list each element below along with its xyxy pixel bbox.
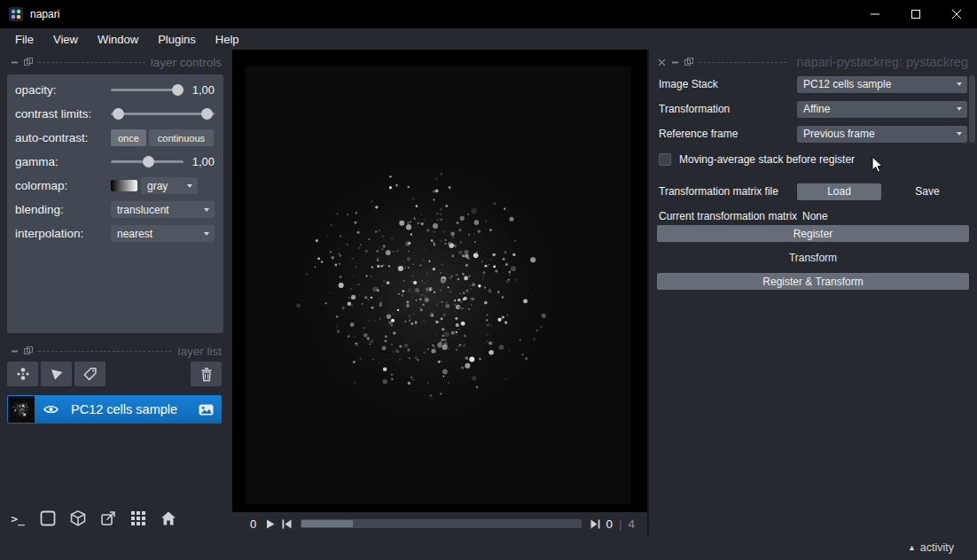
maximize-icon <box>911 10 920 19</box>
dock-float-icon[interactable] <box>24 346 33 355</box>
colormap-label: colormap: <box>15 179 111 192</box>
menu-plugins[interactable]: Plugins <box>148 29 206 50</box>
contrast-limits-slider[interactable] <box>111 108 215 121</box>
colormap-combo[interactable]: gray <box>141 177 198 194</box>
menu-file[interactable]: File <box>5 29 43 50</box>
opacity-slider[interactable] <box>111 84 184 97</box>
frame-separator: | <box>619 517 622 531</box>
napari-window: napari File View Window Plugins Help <box>0 0 977 560</box>
console-icon: >_ <box>11 512 25 525</box>
contrast-limits-track[interactable] <box>111 113 215 115</box>
blending-label: blending: <box>15 203 111 216</box>
dock-hide-icon[interactable] <box>11 347 19 355</box>
panel-scrollbar[interactable] <box>969 75 975 143</box>
skip-start-icon <box>282 519 292 529</box>
ndisplay-toggle-button[interactable] <box>35 506 60 531</box>
roll-dimensions-button[interactable] <box>66 506 90 531</box>
menu-help[interactable]: Help <box>206 29 249 50</box>
interpolation-combo[interactable]: nearest <box>111 225 215 242</box>
gamma-slider-handle[interactable] <box>143 156 154 167</box>
viewer-canvas[interactable] <box>232 50 647 512</box>
gamma-value: 1,00 <box>192 155 215 168</box>
home-reset-view-button[interactable] <box>156 506 181 531</box>
layer-item-pc12-cells-sample[interactable]: PC12 cells sample <box>7 395 222 424</box>
moving-average-checkbox[interactable] <box>659 153 671 166</box>
image-stack-label: Image Stack <box>659 78 718 90</box>
transpose-dimensions-button[interactable] <box>96 506 121 531</box>
left-dock: layer controls opacity: 1,00 contrast li… <box>0 50 232 535</box>
current-matrix-label: Current transformation matrix <box>659 210 797 222</box>
chevron-down-icon <box>187 184 192 188</box>
skip-to-end-button[interactable] <box>587 519 604 529</box>
play-icon <box>266 519 275 529</box>
transformation-combo[interactable]: Affine <box>797 101 967 118</box>
register-and-transform-button[interactable]: Register & Transform <box>657 273 969 290</box>
new-shapes-layer-button[interactable] <box>41 362 72 386</box>
activity-expander[interactable]: ▲ activity <box>908 541 954 554</box>
frame-slider[interactable] <box>301 519 582 528</box>
transform-button[interactable]: Transform <box>657 249 969 266</box>
cube-icon <box>69 509 87 527</box>
viewer-area: 0 <box>232 50 647 535</box>
delete-layer-button[interactable] <box>191 362 222 386</box>
reference-frame-value: Previous frame <box>803 128 875 140</box>
close-button[interactable] <box>936 0 977 28</box>
console-button[interactable]: >_ <box>5 506 30 531</box>
blending-value: translucent <box>117 204 169 216</box>
colormap-gradient-swatch <box>111 180 137 191</box>
save-matrix-button[interactable]: Save <box>887 183 967 200</box>
minimize-icon <box>871 10 879 19</box>
auto-contrast-label: auto-contrast: <box>15 131 111 144</box>
image-stack-combo[interactable]: PC12 cells sample <box>797 76 967 93</box>
menu-view[interactable]: View <box>43 29 88 50</box>
play-button[interactable] <box>262 519 278 529</box>
skip-to-start-button[interactable] <box>278 519 295 529</box>
minimize-button[interactable] <box>855 0 895 28</box>
contrast-high-handle[interactable] <box>201 108 213 120</box>
gamma-label: gamma: <box>15 155 111 168</box>
layer-visibility-button[interactable] <box>43 404 59 415</box>
reference-frame-combo[interactable]: Previous frame <box>797 126 967 143</box>
grid-view-button[interactable] <box>126 506 151 531</box>
dock-float-icon[interactable] <box>684 58 693 66</box>
layer-controls-titlebar: layer controls <box>0 53 232 71</box>
activity-label: activity <box>920 541 954 554</box>
new-labels-layer-button[interactable] <box>74 362 106 386</box>
close-icon <box>952 10 961 19</box>
contrast-limits-row: contrast limits: <box>7 102 223 126</box>
pystackreg-plugin-panel: napari-pystackreg: pystackreg Image Stac… <box>647 50 977 535</box>
new-points-layer-button[interactable] <box>7 362 38 386</box>
trash-icon <box>199 367 214 382</box>
dock-float-icon[interactable] <box>24 58 33 66</box>
image-stack-value: PC12 cells sample <box>803 78 891 90</box>
chevron-down-icon <box>957 132 962 136</box>
last-frame: 4 <box>628 517 635 531</box>
maximize-button[interactable] <box>895 0 936 28</box>
matrix-file-label: Transformation matrix file <box>659 185 778 198</box>
auto-contrast-once-button[interactable]: once <box>111 129 146 146</box>
matrix-file-row: Transformation matrix file Load Save <box>659 183 969 200</box>
layer-list-title: layer list <box>177 345 222 358</box>
transformation-row: Transformation Affine <box>659 100 969 118</box>
blending-combo[interactable]: translucent <box>111 201 215 218</box>
frame-slider-handle[interactable] <box>301 520 353 527</box>
register-button[interactable]: Register <box>657 225 969 242</box>
layer-list-titlebar: layer list <box>0 342 232 360</box>
auto-contrast-continuous-button[interactable]: continuous <box>149 129 214 146</box>
opacity-value: 1,00 <box>192 83 215 97</box>
cell-image <box>246 66 631 504</box>
transformation-label: Transformation <box>659 103 730 115</box>
load-matrix-button[interactable]: Load <box>797 183 881 200</box>
plugin-titlebar: napari-pystackreg: pystackreg <box>649 53 977 71</box>
dock-close-icon[interactable] <box>658 58 666 66</box>
dock-hide-icon[interactable] <box>671 58 679 66</box>
dock-hide-icon[interactable] <box>11 58 19 66</box>
opacity-row: opacity: 1,00 <box>7 78 223 102</box>
opacity-slider-handle[interactable] <box>172 84 184 96</box>
menu-window[interactable]: Window <box>88 29 148 50</box>
shapes-icon <box>49 366 65 382</box>
home-icon <box>160 509 177 527</box>
gamma-slider[interactable] <box>111 156 184 168</box>
contrast-low-handle[interactable] <box>113 108 124 120</box>
grid-icon <box>129 509 147 527</box>
